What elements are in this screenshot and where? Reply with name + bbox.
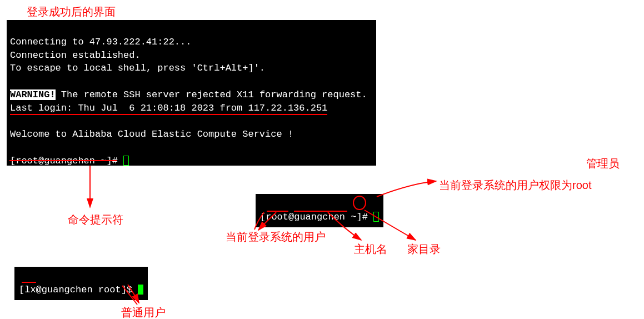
established-line: Connection established. bbox=[10, 50, 141, 61]
underline-prompt-main bbox=[9, 160, 117, 161]
connecting-line: Connecting to 47.93.222.41:22... bbox=[10, 37, 191, 47]
cursor-icon bbox=[123, 156, 129, 166]
host-segment: guangchen bbox=[294, 212, 345, 222]
user-segment: root bbox=[266, 212, 288, 222]
homedir-annotation: 家目录 bbox=[407, 242, 441, 257]
cursor-icon bbox=[373, 212, 379, 222]
warning-text: The remote SSH server rejected X11 forwa… bbox=[56, 89, 367, 100]
escape-line: To escape to local shell, press 'Ctrl+Al… bbox=[10, 63, 265, 73]
admin-annotation: 管理员 bbox=[586, 156, 620, 171]
normal-user-annotation: 普通用户 bbox=[121, 305, 166, 319]
cmd-prompt-annotation: 命令提示符 bbox=[68, 212, 123, 227]
dir-segment: ~ bbox=[351, 212, 356, 222]
blank-line bbox=[10, 76, 16, 87]
sym-segment: # bbox=[362, 212, 373, 222]
lx-prompt: [lx@guangchen root]$ bbox=[19, 285, 138, 295]
cursor-icon bbox=[138, 285, 143, 295]
blank-line bbox=[10, 142, 16, 153]
terminal-mid: [root@guangchen ~]# bbox=[256, 194, 383, 227]
title-annotation: 登录成功后的界面 bbox=[27, 4, 116, 19]
current-user-annotation: 当前登录系统的用户 bbox=[226, 230, 326, 245]
welcome-line: Welcome to Alibaba Cloud Elastic Compute… bbox=[10, 129, 293, 139]
root-perm-annotation: 当前登录系统的用户权限为root bbox=[439, 178, 591, 193]
terminal-main: Connecting to 47.93.222.41:22... Connect… bbox=[7, 20, 376, 166]
last-login-line: Last login: Thu Jul 6 21:08:18 2023 from… bbox=[10, 103, 327, 115]
blank-line bbox=[10, 116, 16, 127]
terminal-bottom: [lx@guangchen root]$ bbox=[14, 267, 148, 300]
warning-label: WARNING! bbox=[10, 89, 56, 100]
hostname-annotation: 主机名 bbox=[354, 242, 387, 257]
